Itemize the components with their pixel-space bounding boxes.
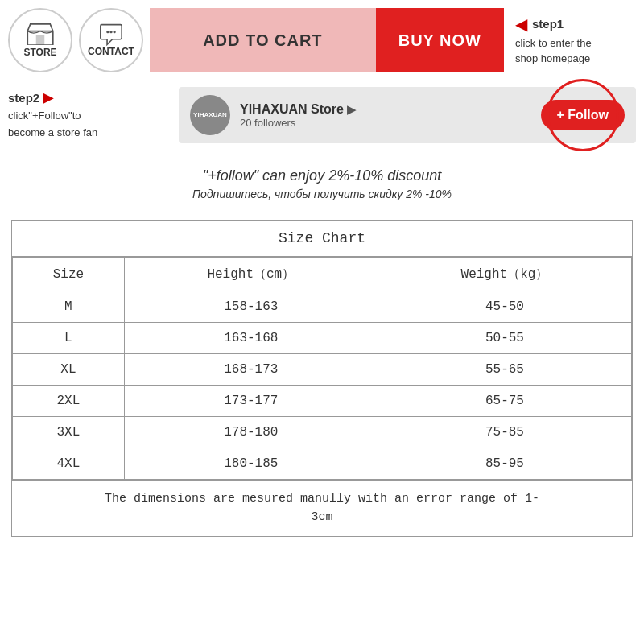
size-chart-title: Size Chart [12,221,632,257]
table-cell: M [13,291,125,323]
step2-section: step2 ▶ click"+Follow"tobecome a store f… [8,82,636,148]
follow-button[interactable]: + Follow [541,100,625,130]
step1-label: step1 [532,17,564,31]
table-cell: 163-168 [124,323,378,354]
store-info: YIHAXUAN Store ▶ 20 followers [240,102,531,129]
store-link-icon: ▶ [347,103,356,116]
store-button[interactable]: STORE [8,8,72,72]
discount-section: "+follow" can enjoy 2%-10% discount Подп… [8,161,636,207]
table-cell: 50-55 [378,323,631,354]
size-table: Size Height（cm） Weight（kg） M158-16345-50… [12,257,632,480]
add-to-cart-button[interactable]: ADD TO CART [150,8,376,72]
svg-rect-1 [36,35,45,45]
step1-description: click to enter theshop homepage [515,35,592,67]
table-cell: 4XL [13,448,125,480]
table-row: L163-16850-55 [13,323,632,354]
svg-point-2 [106,31,109,33]
table-row: 4XL180-18585-95 [13,448,632,480]
step2-description: click"+Follow"tobecome a store fan [8,109,97,138]
table-cell: 168-173 [124,354,378,386]
store-logo: YIHAXUAN [190,95,230,135]
table-row: 3XL178-18075-85 [13,417,632,448]
top-section: STORE CONTACT ADD TO CART BUY NOW ◀ step… [8,8,636,72]
contact-icon [97,23,126,46]
table-row: M158-16345-50 [13,291,632,323]
store-follow-bar: YIHAXUAN YIHAXUAN Store ▶ 20 followers +… [179,87,636,143]
size-table-footer: The dimensions are mesured manully with … [12,480,632,536]
step2-label: step2 [8,91,39,105]
table-cell: XL [13,354,125,386]
table-cell: L [13,323,125,354]
size-table-body: M158-16345-50L163-16850-55XL168-17355-65… [13,291,632,480]
table-cell: 178-180 [124,417,378,448]
table-row: XL168-17355-65 [13,354,632,386]
step1-line: ◀ step1 [515,14,564,34]
step2-arrow-icon: ▶ [43,89,54,106]
table-cell: 85-95 [378,448,631,480]
main-container: STORE CONTACT ADD TO CART BUY NOW ◀ step… [0,0,644,545]
svg-point-4 [113,31,115,33]
svg-point-3 [109,31,112,33]
table-header-row: Size Height（cm） Weight（kg） [13,258,632,291]
store-followers: 20 followers [240,117,531,129]
table-cell: 3XL [13,417,125,448]
buy-now-button[interactable]: BUY NOW [376,8,504,72]
col-header-height: Height（cm） [124,258,378,291]
step2-info: step2 ▶ click"+Follow"tobecome a store f… [8,89,169,142]
size-chart-container: Size Chart Size Height（cm） Weight（kg） M1… [11,220,633,537]
table-cell: 180-185 [124,448,378,480]
table-cell: 45-50 [378,291,631,323]
table-cell: 158-163 [124,291,378,323]
table-cell: 55-65 [378,354,631,386]
store-logo-text: YIHAXUAN [193,111,227,119]
table-cell: 65-75 [378,386,631,417]
table-cell: 173-177 [124,386,378,417]
step1-arrow-icon: ◀ [515,14,527,34]
step2-line: step2 ▶ [8,89,169,106]
table-cell: 2XL [13,386,125,417]
discount-line2: Подпишитесь, чтобы получить скидку 2% -1… [8,188,636,200]
col-header-size: Size [13,258,125,291]
col-header-weight: Weight（kg） [378,258,631,291]
contact-label: CONTACT [88,46,134,57]
table-cell: 75-85 [378,417,631,448]
store-name: YIHAXUAN Store ▶ [240,102,531,117]
store-label: STORE [23,47,56,58]
table-row: 2XL173-17765-75 [13,386,632,417]
step1-info: ◀ step1 click to enter theshop homepage [515,14,636,67]
contact-button[interactable]: CONTACT [79,8,143,72]
follow-button-wrapper: + Follow [541,100,625,130]
discount-line1: "+follow" can enjoy 2%-10% discount [8,167,636,184]
store-icon [26,23,55,45]
